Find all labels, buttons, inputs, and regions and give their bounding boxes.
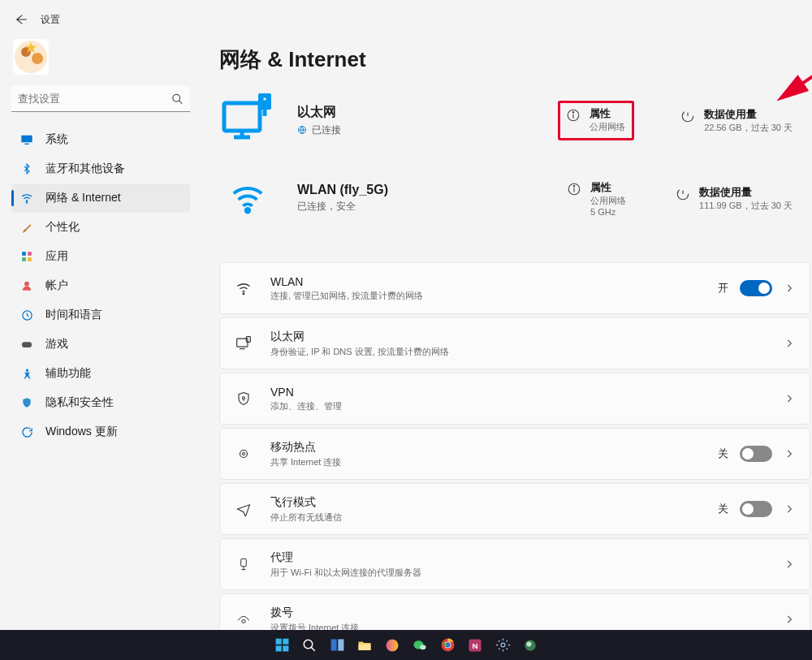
person-icon [19,280,34,291]
info-icon [565,107,581,123]
chevron-right-icon [784,393,795,404]
ethernet-name: 以太网 [297,104,341,121]
proxy-icon [235,557,253,572]
hotspot-toggle[interactable] [740,446,772,462]
svg-point-27 [246,209,250,213]
nav-item-personalization[interactable]: 个性化 [11,213,190,242]
svg-rect-6 [28,252,32,256]
svg-point-24 [572,111,574,113]
search-input[interactable] [11,86,190,112]
svg-line-52 [311,647,315,651]
ethernet-icon [235,335,253,352]
nav-item-gaming[interactable]: 游戏 [11,330,190,359]
dialup-icon [235,613,253,626]
airplane-toggle[interactable] [740,501,772,517]
hotspot-icon [235,446,253,461]
svg-rect-48 [283,639,288,645]
wlan-data-usage[interactable]: 数据使用量 111.99 GB，过去 30 天 [672,182,796,215]
page-title: 网络 & Internet [219,45,810,74]
nav-item-network[interactable]: 网络 & Internet [11,183,190,213]
update-icon [19,426,34,438]
brush-icon [19,222,34,234]
wlan-toggle[interactable] [740,280,772,296]
app-icon-1[interactable]: N [464,635,486,656]
airplane-icon [235,502,253,516]
nav-item-apps[interactable]: 应用 [11,242,190,271]
nav-item-system[interactable]: 系统 [11,125,190,154]
wlan-properties[interactable]: 属性 公用网络 5 GHz [563,177,629,220]
svg-rect-49 [275,645,281,651]
ethernet-monitor-icon [219,92,276,149]
nav-item-update[interactable]: Windows 更新 [11,417,190,446]
search-taskbar-icon[interactable] [299,635,320,656]
row-ethernet[interactable]: 以太网身份验证, IP 和 DNS 设置, 按流量计费的网络 [220,318,810,369]
main-content: 网络 & Internet 以太网 已连接 属性 [201,0,812,630]
taskview-icon[interactable] [326,635,348,656]
lock-icon [235,391,253,406]
back-button[interactable] [13,11,29,28]
info-icon [566,181,582,197]
apps-icon [19,251,34,262]
nav-item-accounts[interactable]: 帐户 [11,271,190,300]
svg-rect-47 [275,639,281,645]
svg-rect-5 [22,252,26,256]
svg-rect-15 [224,103,260,131]
chat-icon[interactable] [382,635,403,656]
svg-rect-8 [28,257,32,261]
svg-point-4 [26,202,27,203]
svg-point-39 [243,453,245,455]
wechat-icon[interactable] [409,635,430,656]
svg-rect-7 [22,257,26,261]
svg-rect-11 [22,342,32,347]
globe-icon [297,125,307,135]
app-icon-2[interactable] [520,635,541,656]
search-box[interactable] [11,86,190,112]
wlan-big-icon [219,170,276,226]
accessibility-icon [19,368,34,380]
svg-point-12 [25,369,28,371]
ethernet-data-usage[interactable]: 数据使用量 22.56 GB，过去 30 天 [676,104,796,137]
svg-rect-3 [24,144,28,145]
row-proxy[interactable]: 代理用于 Wi-Fi 和以太网连接的代理服务器 [220,539,810,589]
svg-text:N: N [472,641,477,649]
user-avatar[interactable] [13,39,49,75]
wlan-status: 已连接，安全 [297,200,356,214]
nav-item-privacy[interactable]: 隐私和安全性 [11,388,190,417]
nav-item-time[interactable]: 时间和语言 [11,300,190,330]
svg-rect-55 [359,644,371,650]
data-usage-icon [680,108,696,124]
chrome-icon[interactable] [437,635,458,656]
chevron-right-icon [784,448,795,459]
wifi-icon [235,280,253,296]
taskbar[interactable]: N [0,630,812,660]
sidebar: 设置 系统 蓝牙和其他设备 网络 & Internet [0,0,201,630]
start-button[interactable] [271,635,292,656]
chevron-right-icon [784,559,795,570]
ethernet-properties[interactable]: 属性 公用网络 [558,101,634,140]
svg-point-0 [173,94,180,101]
row-hotspot[interactable]: 移动热点共享 Internet 连接 关 [220,429,810,479]
svg-rect-19 [261,96,268,102]
nav-list: 系统 蓝牙和其他设备 网络 & Internet 个性化 应用 帐户 [11,125,190,446]
explorer-icon[interactable] [354,635,375,656]
nav-item-bluetooth[interactable]: 蓝牙和其他设备 [11,154,190,183]
data-usage-icon [675,186,691,202]
settings-taskbar-icon[interactable] [492,635,513,656]
row-wlan[interactable]: WLAN连接, 管理已知网络, 按流量计费的网络 开 [220,263,810,313]
svg-rect-53 [330,639,336,650]
display-icon [19,133,34,146]
wlan-status-block: WLAN (fly_5G) 已连接，安全 属性 公用网络 5 GHz 数据使用量 [219,166,810,244]
svg-point-51 [304,640,313,649]
nav-item-accessibility[interactable]: 辅助功能 [11,359,190,388]
svg-rect-40 [241,559,247,566]
svg-rect-54 [338,639,343,650]
ethernet-status: 已连接 [312,123,341,137]
svg-rect-36 [246,337,250,343]
svg-point-37 [243,397,245,399]
row-airplane[interactable]: 飞行模式停止所有无线通信 关 [220,484,810,534]
shield-icon [19,397,34,408]
svg-rect-50 [283,645,288,651]
row-vpn[interactable]: VPN添加、连接、管理 [220,373,810,424]
row-dialup[interactable]: 拨号设置拨号 Internet 连接 [220,594,810,630]
app-title: 设置 [41,13,60,27]
